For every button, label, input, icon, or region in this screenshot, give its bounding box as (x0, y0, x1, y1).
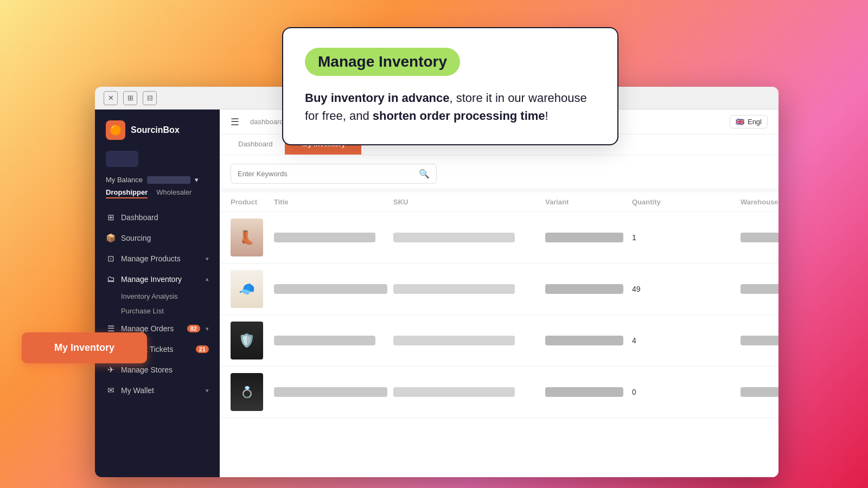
breadcrumb-home[interactable]: dashboard (250, 118, 283, 126)
variant-placeholder (545, 284, 623, 294)
sidebar-manage-orders-label: Manage Orders (121, 324, 182, 333)
variant-placeholder (545, 336, 623, 345)
quantity-value: 0 (632, 388, 636, 396)
col-warehouse: Warehouse (741, 198, 778, 206)
logo-icon: 🟠 (106, 120, 125, 140)
tab-dashboard[interactable]: Dashboard (231, 134, 280, 155)
orders-chevron: ▾ (206, 325, 209, 332)
sidebar-item-my-wallet[interactable]: ✉ My Wallet ▾ (95, 380, 220, 401)
search-icon[interactable]: 🔍 (419, 169, 430, 179)
tooltip-body-text4: ! (545, 109, 548, 123)
stores-icon: ✈ (106, 365, 116, 375)
sidebar-item-manage-inventory[interactable]: 🗂 Manage Inventory ▴ (95, 269, 220, 289)
title-placeholder (274, 284, 387, 294)
sidebar-dashboard-label: Dashboard (121, 213, 209, 222)
variant-cell-4 (545, 387, 632, 397)
sidebar-manage-inventory-label: Manage Inventory (121, 275, 200, 284)
sku-placeholder (393, 387, 515, 397)
manage-products-icon: ⊡ (106, 254, 116, 264)
my-inventory-floating-button[interactable]: My Inventory (22, 332, 147, 363)
title-cell-2 (274, 284, 393, 294)
quantity-value: 4 (632, 336, 636, 345)
warehouse-placeholder (741, 233, 778, 242)
sidebar-sub-inventory-analysis[interactable]: Inventory Analysis (95, 289, 220, 304)
language-label: Engl (748, 118, 762, 126)
sidebar: 🟠 SourcinBox My Balance ▾ Dropshipper Wh… (95, 110, 220, 477)
sidebar-item-sourcing[interactable]: 📦 Sourcing (95, 228, 220, 248)
manage-products-chevron: ▾ (206, 255, 209, 262)
tooltip-body: Buy inventory in advance, store it in ou… (305, 89, 596, 125)
qty-cell-2: 49 (632, 284, 741, 294)
sidebar-search[interactable] (106, 151, 138, 167)
search-input[interactable] (238, 170, 419, 178)
warehouse-placeholder (741, 387, 778, 397)
sourcing-icon: 📦 (106, 233, 116, 243)
inventory-table: Product Title SKU Variant Quantity Wareh… (220, 192, 778, 477)
browser-min-btn[interactable]: ⊟ (143, 91, 157, 105)
product-image-4: 💍 (231, 373, 274, 411)
tab-dashboard-label: Dashboard (238, 140, 273, 148)
qty-cell-4: 0 (632, 387, 741, 397)
support-badge: 21 (196, 345, 209, 353)
balance-label: My Balance (106, 176, 143, 184)
browser-content: 🟠 SourcinBox My Balance ▾ Dropshipper Wh… (95, 110, 778, 477)
flag-icon: 🇬🇧 (736, 118, 744, 126)
dashboard-icon: ⊞ (106, 213, 116, 222)
product-thumbnail-ring: 💍 (231, 373, 263, 411)
sidebar-stores-label: Manage Stores (121, 365, 209, 374)
inventory-analysis-label: Inventory Analysis (121, 292, 178, 300)
manage-inventory-chevron: ▴ (206, 275, 209, 282)
quantity-value: 49 (632, 285, 641, 293)
product-thumbnail-hat: 🧢 (231, 270, 263, 308)
search-wrapper: 🔍 (231, 164, 437, 184)
title-cell-3 (274, 336, 393, 345)
warehouse-cell-2 (741, 284, 778, 294)
browser-window: ✕ ⊞ ⊟ 🟠 SourcinBox My Balance ▾ Dropship… (95, 87, 778, 477)
tooltip-body-bold1: Buy inventory in advance (305, 91, 450, 105)
my-inventory-button-label: My Inventory (54, 342, 114, 353)
title-cell-1 (274, 233, 393, 242)
warehouse-cell-3 (741, 336, 778, 345)
table-row: 💍 0 (220, 367, 778, 418)
warehouse-placeholder (741, 336, 778, 345)
browser-close-btn[interactable]: ✕ (104, 91, 118, 105)
sidebar-item-dashboard[interactable]: ⊞ Dashboard (95, 207, 220, 228)
table-row: 🧢 49 (220, 264, 778, 315)
title-placeholder (274, 233, 375, 242)
sku-cell-4 (393, 387, 545, 397)
variant-cell-3 (545, 336, 632, 345)
menu-icon[interactable]: ☰ (231, 116, 239, 128)
tooltip-card: Manage Inventory Buy inventory in advanc… (282, 27, 618, 145)
manage-inventory-icon: 🗂 (106, 274, 116, 284)
warehouse-cell-4 (741, 387, 778, 397)
variant-placeholder (545, 387, 623, 397)
product-thumbnail-shield: 🛡️ (231, 322, 263, 359)
col-variant: Variant (545, 198, 632, 206)
qty-cell-1: 1 (632, 233, 741, 242)
tab-dropshipper[interactable]: Dropshipper (106, 188, 148, 198)
search-area: 🔍 (220, 155, 778, 188)
sidebar-sourcing-label: Sourcing (121, 234, 209, 242)
main-content: ☰ dashboard / Manage Inventory / My Inve… (220, 110, 778, 477)
balance-row: My Balance ▾ (95, 176, 220, 188)
language-selector[interactable]: 🇬🇧 Engl (730, 115, 768, 129)
balance-bar (147, 176, 190, 184)
tooltip-title-badge: Manage Inventory (305, 48, 460, 76)
sku-cell-3 (393, 336, 545, 345)
col-quantity: Quantity (632, 198, 741, 206)
browser-max-btn[interactable]: ⊞ (123, 91, 137, 105)
sku-placeholder (393, 336, 515, 345)
sidebar-wallet-label: My Wallet (121, 386, 200, 395)
sidebar-sub-purchase-list[interactable]: Purchase List (95, 304, 220, 318)
tab-wholesaler[interactable]: Wholesaler (156, 188, 192, 198)
orders-badge: 82 (187, 325, 200, 332)
tooltip-body-bold3: shorten order processing time (373, 109, 545, 123)
sidebar-item-manage-products[interactable]: ⊡ Manage Products ▾ (95, 248, 220, 269)
product-image-1: 👢 (231, 219, 274, 256)
table-row: 🛡️ 4 (220, 315, 778, 367)
sku-placeholder (393, 233, 515, 242)
table-header: Product Title SKU Variant Quantity Wareh… (220, 192, 778, 212)
product-thumbnail-boots: 👢 (231, 219, 263, 256)
wallet-chevron: ▾ (206, 387, 209, 394)
title-placeholder (274, 336, 375, 345)
